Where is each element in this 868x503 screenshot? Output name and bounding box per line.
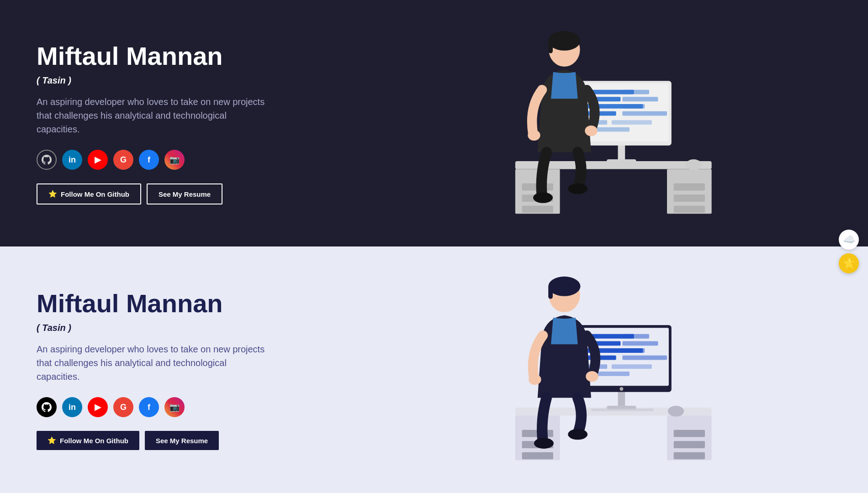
- svg-rect-20: [622, 111, 667, 116]
- svg-point-30: [568, 183, 587, 194]
- light-description: An aspiring developer who loves to take …: [37, 342, 265, 383]
- dark-linkedin-icon[interactable]: in: [62, 150, 82, 170]
- dark-github-label: Follow Me On Github: [61, 190, 129, 198]
- svg-rect-57: [591, 409, 654, 411]
- svg-rect-27: [548, 40, 553, 53]
- svg-rect-7: [674, 194, 705, 202]
- svg-point-62: [586, 371, 598, 382]
- svg-rect-38: [674, 430, 705, 437]
- svg-rect-40: [674, 452, 705, 460]
- svg-rect-49: [622, 334, 649, 339]
- sun-theme-button[interactable]: 🌟: [839, 253, 859, 273]
- svg-rect-8: [674, 206, 705, 213]
- svg-rect-4: [522, 206, 553, 213]
- dark-illustration-svg: [311, 27, 831, 219]
- svg-rect-50: [622, 341, 658, 346]
- sun-icon: 🌟: [843, 257, 855, 269]
- light-linkedin-icon[interactable]: in: [62, 397, 82, 417]
- svg-point-56: [619, 387, 623, 391]
- light-github-label: Follow Me On Github: [60, 437, 128, 445]
- svg-rect-17: [622, 90, 649, 94]
- svg-rect-41: [618, 390, 625, 408]
- dark-title: Miftaul Mannan: [37, 42, 311, 70]
- svg-rect-36: [522, 452, 553, 460]
- dark-youtube-icon[interactable]: ▶: [88, 150, 108, 170]
- svg-point-65: [529, 374, 541, 385]
- dark-instagram-icon[interactable]: 📷: [164, 150, 185, 170]
- light-buttons: ⭐ Follow Me On Github See My Resume: [37, 431, 311, 450]
- dark-social-icons: in ▶ G f 📷: [37, 150, 311, 170]
- svg-rect-39: [674, 441, 705, 448]
- dark-hero-section: Miftaul Mannan ( Tasin ) An aspiring dev…: [0, 0, 868, 246]
- dark-content: Miftaul Mannan ( Tasin ) An aspiring dev…: [37, 42, 311, 205]
- light-resume-button[interactable]: See My Resume: [145, 431, 219, 450]
- light-google-icon[interactable]: G: [113, 397, 133, 417]
- light-github-icon[interactable]: [37, 397, 57, 417]
- dark-facebook-icon[interactable]: f: [139, 150, 159, 170]
- light-facebook-icon[interactable]: f: [139, 397, 159, 417]
- light-title: Miftaul Mannan: [37, 289, 311, 318]
- svg-point-28: [585, 126, 597, 136]
- dark-nickname: ( Tasin ): [37, 75, 311, 86]
- dark-github-icon[interactable]: [37, 150, 57, 170]
- light-star-icon: ⭐: [48, 436, 56, 445]
- dark-github-button[interactable]: ⭐ Follow Me On Github: [37, 183, 141, 204]
- svg-point-60: [548, 277, 580, 296]
- svg-rect-51: [622, 348, 645, 353]
- dark-description: An aspiring developer who loves to take …: [37, 95, 265, 136]
- theme-toggle-container: ☁️ 🌟: [839, 230, 859, 273]
- light-github-button[interactable]: ⭐ Follow Me On Github: [37, 431, 139, 450]
- cloud-icon: ☁️: [843, 234, 855, 246]
- svg-rect-10: [607, 159, 636, 163]
- svg-rect-9: [618, 143, 625, 161]
- dark-illustration: [311, 27, 831, 219]
- dark-resume-button[interactable]: See My Resume: [147, 183, 222, 204]
- svg-rect-54: [612, 364, 652, 369]
- light-youtube-icon[interactable]: ▶: [88, 397, 108, 417]
- cloud-theme-button[interactable]: ☁️: [839, 230, 859, 250]
- svg-rect-22: [612, 120, 652, 125]
- svg-point-26: [548, 31, 580, 51]
- light-social-icons: in ▶ G f 📷: [37, 397, 311, 417]
- dark-google-icon[interactable]: G: [113, 150, 133, 170]
- light-content: Miftaul Mannan ( Tasin ) An aspiring dev…: [37, 289, 311, 451]
- light-instagram-icon[interactable]: 📷: [164, 397, 185, 417]
- svg-rect-19: [622, 104, 645, 109]
- light-nickname: ( Tasin ): [37, 323, 311, 333]
- dark-buttons: ⭐ Follow Me On Github See My Resume: [37, 183, 311, 204]
- light-illustration: [311, 274, 831, 466]
- svg-rect-6: [674, 183, 705, 191]
- svg-point-58: [668, 406, 684, 416]
- svg-point-64: [568, 429, 587, 440]
- light-hero-section: Miftaul Mannan ( Tasin ) An aspiring dev…: [0, 246, 868, 493]
- svg-rect-52: [622, 356, 667, 360]
- svg-point-29: [533, 192, 553, 203]
- svg-point-24: [686, 159, 702, 170]
- light-illustration-svg: [311, 274, 831, 466]
- svg-rect-61: [548, 285, 553, 299]
- svg-rect-18: [622, 97, 658, 101]
- star-icon: ⭐: [48, 190, 57, 198]
- svg-point-63: [534, 438, 554, 448]
- svg-point-31: [528, 130, 540, 141]
